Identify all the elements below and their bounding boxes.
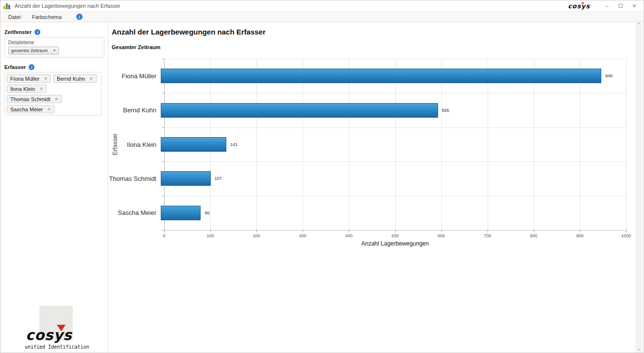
vertical-scrollbar[interactable]: ▲ ▼ [635, 20, 643, 353]
erfasser-chips-container[interactable]: Fiona Müller✕Bernd Kuhn✕Ilona Klein✕Thom… [4, 72, 102, 116]
chart-row: Bernd Kuhn595 [109, 93, 626, 127]
x-tick-label: 200 [253, 233, 260, 238]
chart-subtitle: Gesamter Zeitraum [112, 44, 626, 50]
maximize-button[interactable] [615, 1, 626, 10]
chip-label: Fiona Müller [10, 76, 40, 82]
menu-bar: Datei Farbschema i [0, 11, 644, 22]
chip-close-icon[interactable]: ✕ [55, 97, 59, 102]
detailebene-dropdown[interactable]: gesamter Zeitraum ▼ [8, 47, 59, 54]
bar[interactable] [161, 137, 226, 152]
x-tick-mark [441, 230, 442, 232]
bar[interactable] [161, 206, 201, 220]
x-tick-label: 900 [576, 233, 583, 238]
x-tick-label: 1000 [621, 233, 631, 238]
cosys-brand-logo: cosys [568, 2, 590, 10]
chip-close-icon[interactable]: ✕ [39, 87, 43, 91]
bar-value-label: 107 [215, 176, 222, 181]
scroll-up-icon[interactable]: ▲ [638, 21, 641, 24]
erfasser-chip[interactable]: Thomas Schmidt✕ [7, 95, 62, 103]
x-tick-mark [349, 230, 349, 232]
y-axis-label: Erfasser [112, 134, 119, 156]
chart-row: Ilona Klein141 [109, 127, 626, 161]
category-label: Thomas Schmidt [109, 175, 160, 182]
dropdown-selected-value: gesamter Zeitraum [11, 48, 48, 53]
x-tick-label: 300 [299, 233, 306, 238]
x-tick-mark [256, 230, 257, 232]
erfasser-chip[interactable]: Ilona Klein✕ [7, 85, 47, 93]
filter-sidebar: Zeitfenster i Detailebene gesamter Zeitr… [0, 23, 108, 353]
bar-track: 595 [160, 93, 626, 127]
grid-vline [626, 59, 627, 230]
x-tick-label: 500 [391, 233, 399, 238]
chip-label: Sascha Meier [10, 106, 43, 112]
app-window: Anzahl der Lagerbewegungen nach Erfasser… [0, 0, 644, 353]
chart-title: Anzahl der Lagerbewegungen nach Erfasser [112, 28, 626, 36]
x-tick-mark [303, 230, 303, 232]
menu-item-datei[interactable]: Datei [7, 13, 22, 21]
bar-value-label: 946 [605, 73, 612, 78]
chip-label: Ilona Klein [10, 86, 35, 92]
category-label: Fiona Müller [109, 72, 160, 80]
minimize-icon: – [606, 3, 609, 9]
chip-label: Thomas Schmidt [10, 96, 51, 102]
chart-row: Thomas Schmidt107 [109, 161, 626, 195]
title-bar: Anzahl der Lagerbewegungen nach Erfasser… [0, 0, 644, 11]
erfasser-chip[interactable]: Sascha Meier✕ [7, 105, 54, 113]
bar[interactable] [161, 69, 601, 83]
x-tick-mark [164, 230, 165, 232]
chip-close-icon[interactable]: ✕ [89, 76, 93, 81]
menu-item-farbschema[interactable]: Farbschema [31, 13, 63, 21]
category-label: Sascha Meier [109, 209, 160, 216]
plot-block: Erfasser Fiona Müller946Bernd Kuhn595Ilo… [109, 59, 626, 230]
close-button[interactable]: ✕ [629, 1, 640, 10]
x-tick-label: 800 [530, 233, 537, 238]
x-tick-mark [395, 230, 396, 232]
x-tick-label: 700 [484, 233, 491, 238]
erfasser-info-icon[interactable]: i [29, 64, 34, 70]
bar-track: 107 [160, 161, 626, 195]
bar-track: 86 [160, 196, 626, 230]
erfasser-chip[interactable]: Bernd Kuhn✕ [53, 74, 97, 83]
erfasser-chip[interactable]: Fiona Müller✕ [7, 74, 51, 83]
bar-track: 946 [160, 59, 626, 93]
chart-pane: Anzahl der Lagerbewegungen nach Erfasser… [109, 23, 626, 353]
chip-close-icon[interactable]: ✕ [47, 107, 51, 112]
x-tick-label: 600 [438, 233, 445, 238]
window-title: Anzahl der Lagerbewegungen nach Erfasser [15, 3, 120, 9]
brand-red-triangle-icon [581, 2, 584, 4]
x-tick-label: 400 [345, 233, 353, 238]
minimize-button[interactable]: – [602, 1, 612, 10]
category-label: Bernd Kuhn [109, 106, 160, 114]
close-icon: ✕ [632, 3, 636, 9]
x-axis-label: Anzahl Lagerbewegungen [164, 240, 626, 247]
app-bar-chart-icon [3, 3, 11, 9]
chip-close-icon[interactable]: ✕ [44, 76, 48, 81]
bar[interactable] [161, 171, 211, 186]
info-icon[interactable]: i [76, 14, 83, 20]
bar-value-label: 141 [230, 142, 237, 147]
detailebene-label: Detailebene [8, 40, 101, 45]
bar-value-label: 86 [204, 211, 209, 215]
logo-tagline: unified Identification [25, 344, 89, 350]
maximize-icon [619, 4, 623, 8]
chart-row: Fiona Müller946 [109, 59, 626, 93]
main-content: Zeitfenster i Detailebene gesamter Zeitr… [0, 23, 644, 353]
bar-track: 141 [160, 127, 626, 161]
x-tick-mark [210, 230, 211, 232]
cosys-footer-logo: cosys unified Identification [25, 306, 90, 350]
bar-value-label: 595 [442, 108, 449, 113]
erfasser-section-label: Erfasser i [4, 64, 108, 70]
x-tick-mark [488, 230, 488, 232]
detailebene-panel: Detailebene gesamter Zeitraum ▼ [4, 37, 104, 58]
x-tick-mark [534, 230, 534, 232]
logo-red-triangle-icon [57, 325, 66, 331]
chart-row: Sascha Meier86 [109, 196, 626, 230]
bar[interactable] [161, 103, 438, 118]
chevron-down-icon: ▼ [53, 49, 56, 52]
chart-rows: Fiona Müller946Bernd Kuhn595Ilona Klein1… [109, 59, 626, 230]
zeitfenster-info-icon[interactable]: i [34, 29, 40, 35]
x-tick-mark [626, 230, 627, 232]
x-tick-label: 100 [207, 233, 214, 238]
scroll-down-icon[interactable]: ▼ [638, 348, 641, 351]
x-tick-label: 0 [163, 233, 165, 238]
